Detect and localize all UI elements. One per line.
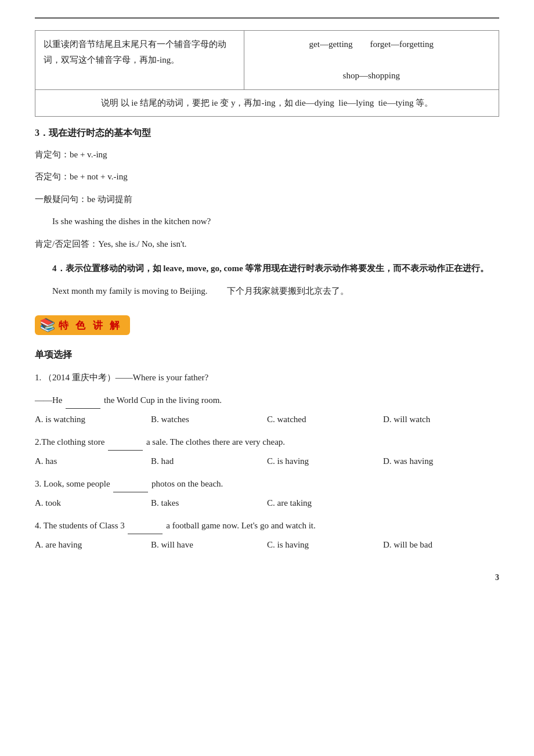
top-divider: [35, 17, 499, 19]
section3-example2: 肯定/否定回答：Yes, she is./ No, she isn't.: [35, 236, 499, 253]
option-1b: B. watches: [151, 411, 267, 428]
page-number: 3: [495, 573, 499, 582]
section3-question: 一般疑问句：be 动词提前: [35, 191, 499, 208]
section4-heading: 4．表示位置移动的动词，如 leave, move, go, come 等常用现…: [35, 260, 499, 277]
grammar-note-cell: 说明 以 ie 结尾的动词，要把 ie 变 y，再加-ing，如 die—dyi…: [35, 90, 499, 117]
section3-affirmative: 肯定句：be + v.-ing: [35, 146, 499, 163]
option-4b: B. will have: [151, 537, 267, 553]
blank-3: [113, 476, 148, 493]
option-2a: A. has: [35, 453, 151, 470]
exercises-title: 单项选择: [35, 349, 499, 361]
section3-negative: 否定句：be + not + v.-ing: [35, 168, 499, 185]
question-4-options: A. are having B. will have C. is having …: [35, 537, 499, 553]
option-3d-empty: [383, 495, 499, 512]
option-1d: D. will watch: [383, 411, 499, 428]
book-icon: 📚: [39, 318, 55, 333]
option-4a: A. are having: [35, 537, 151, 553]
option-3a: A. took: [35, 495, 151, 512]
option-2b: B. had: [151, 453, 267, 470]
option-4c: C. is having: [267, 537, 383, 553]
question-3-options: A. took B. takes C. are taking: [35, 495, 499, 512]
grammar-table: 以重读闭音节结尾且末尾只有一个辅音字母的动词，双写这个辅音字母，再加-ing。 …: [35, 30, 499, 117]
option-1a: A. is watching: [35, 411, 151, 428]
grammar-row-1: 以重读闭音节结尾且末尾只有一个辅音字母的动词，双写这个辅音字母，再加-ing。 …: [35, 31, 499, 90]
option-3c: C. are taking: [267, 495, 383, 512]
question-1-b: ——He the World Cup in the living room.: [35, 392, 499, 409]
question-2: 2.The clothing store a sale. The clothes…: [35, 434, 499, 451]
special-banner: 📚 特 色 讲 解: [35, 315, 130, 335]
blank-1: [66, 392, 100, 409]
question-2-options: A. has B. had C. is having D. was having: [35, 453, 499, 470]
option-2d: D. was having: [383, 453, 499, 470]
grammar-right-1: get—getting forget—forgetting shop—shopp…: [244, 31, 499, 90]
question-3: 3. Look, some people photos on the beach…: [35, 476, 499, 493]
grammar-left-1: 以重读闭音节结尾且末尾只有一个辅音字母的动词，双写这个辅音字母，再加-ing。: [35, 31, 244, 90]
grammar-row-note: 说明 以 ie 结尾的动词，要把 ie 变 y，再加-ing，如 die—dyi…: [35, 90, 499, 117]
section4-example: Next month my family is moving to Beijin…: [52, 283, 499, 300]
option-4d: D. will be bad: [383, 537, 499, 553]
option-3b: B. takes: [151, 495, 267, 512]
section3-heading: 3．现在进行时态的基本句型: [35, 127, 499, 139]
question-1-options: A. is watching B. watches C. watched D. …: [35, 411, 499, 428]
option-2c: C. is having: [267, 453, 383, 470]
question-4: 4. The students of Class 3 a football ga…: [35, 517, 499, 535]
question-1: 1. （2014 重庆中考）——Where is your father?: [35, 369, 499, 386]
option-1c: C. watched: [267, 411, 383, 428]
section3-example1: Is she washing the dishes in the kitchen…: [52, 213, 499, 230]
blank-4: [128, 517, 163, 535]
blank-2: [108, 434, 143, 451]
